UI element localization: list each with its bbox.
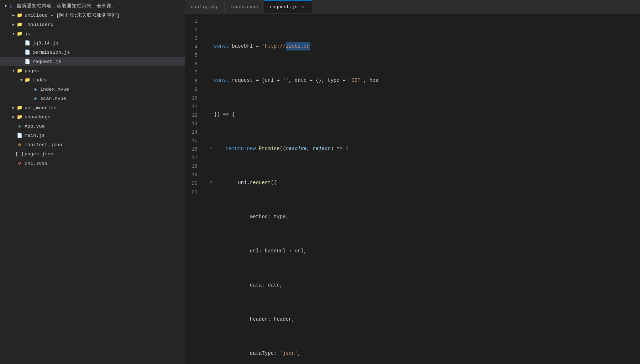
sidebar-item-manifest[interactable]: ⚙ manifest.json <box>0 140 185 149</box>
sidebar-item-pages[interactable]: 📁 pages <box>0 66 185 75</box>
sidebar-item-request[interactable]: 📄 request.js <box>0 57 185 66</box>
pages-arrow <box>11 68 16 74</box>
sidebar-item-uni-modules[interactable]: 📁 uni_modules <box>0 103 185 112</box>
tab-close-button[interactable]: ✕ <box>300 4 306 10</box>
sidebar-item-permission[interactable]: 📄 permission.js <box>0 48 185 57</box>
app-vue-label: App.vue <box>25 124 45 129</box>
empty-arrow <box>19 59 24 64</box>
unpackage-arrow <box>11 114 16 120</box>
line-numbers: 1 2 3 4 5 6 7 8 9 10 11 12 13 14 15 16 1… <box>185 16 205 361</box>
code-content: const baseUrl = 'http://zzcbz.cn' const … <box>205 16 640 361</box>
code-line-6: method: type, <box>208 213 640 221</box>
pages-label: pages <box>25 68 39 74</box>
code-line-4: return new Promise((resolve, reject) => … <box>208 144 640 153</box>
index-nvue-label: index.nvue <box>40 87 69 92</box>
tab-index-nvue-label: index.nvue <box>230 4 258 10</box>
empty-arrow <box>26 86 32 92</box>
file-icon: 📄 <box>24 49 31 55</box>
scan-nvue-label: scan.nvue <box>40 96 66 101</box>
fold-icon-3[interactable] <box>208 110 214 119</box>
css-icon: ⚙ <box>16 160 23 166</box>
index-label: index <box>32 77 47 83</box>
file-icon: 📄 <box>24 58 31 65</box>
index-arrow <box>19 77 24 83</box>
code-line-8: data: date, <box>208 281 640 289</box>
folder-icon: 📁 <box>16 12 23 18</box>
tab-request-label: request.js <box>270 4 298 10</box>
folder-icon: 📁 <box>16 68 23 74</box>
unicloud-label: uniCloud - [阿里云:未关联云服务空间] <box>25 12 120 18</box>
sidebar-item-unicloud[interactable]: 📁 uniCloud - [阿里云:未关联云服务空间] <box>0 11 185 20</box>
permission-label: permission.js <box>32 50 70 55</box>
fold-icon-5[interactable] <box>208 178 214 187</box>
tab-config-label: config.php <box>191 4 219 10</box>
pages-json-label: pages.json <box>25 151 53 157</box>
fold-empty <box>208 349 214 358</box>
json-icon: ⚙ <box>16 141 23 148</box>
empty-arrow <box>11 160 16 166</box>
sidebar: □ 监听通知栏内容，获取通知栏消息，安卓原… 📁 uniCloud - [阿里云… <box>0 0 185 364</box>
json-icon: [ ] <box>16 151 23 157</box>
sidebar-item-unpackage[interactable]: 📁 unpackage <box>0 112 185 122</box>
unicloud-arrow <box>11 12 16 18</box>
root-arrow <box>3 3 9 9</box>
sidebar-item-pages-json[interactable]: [ ] pages.json <box>0 149 185 159</box>
root-label: 监听通知栏内容，获取通知栏消息，安卓原… <box>17 3 114 9</box>
fold-empty <box>208 281 214 289</box>
empty-arrow <box>26 96 32 101</box>
unpackage-label: unpackage <box>25 114 51 120</box>
tab-request[interactable]: request.js ✕ <box>264 0 312 13</box>
code-line-2: const request = (url = '', date = {}, ty… <box>208 76 640 85</box>
main-js-label: main.js <box>25 133 45 138</box>
file-icon: 📄 <box>24 40 31 46</box>
sidebar-item-index-nvue[interactable]: ◈ index.nvue <box>0 85 185 94</box>
folder-icon: 📁 <box>16 31 23 37</box>
folder-icon: 📁 <box>16 105 23 111</box>
sidebar-item-js[interactable]: 📁 js <box>0 29 185 38</box>
hbuilderx-label: .hbuilderx <box>25 22 53 27</box>
tab-config[interactable]: config.php <box>185 1 225 13</box>
nvue-icon: ◈ <box>32 86 38 92</box>
sidebar-item-hbuilderx[interactable]: 📁 .hbuilderx <box>0 20 185 29</box>
code-line-3: }) => { <box>208 110 640 119</box>
folder-icon: 📁 <box>16 114 23 120</box>
js-arrow <box>11 31 16 37</box>
folder-icon: 📁 <box>24 77 31 83</box>
sidebar-item-index[interactable]: 📁 index <box>0 75 185 85</box>
app-container: □ 监听通知栏内容，获取通知栏消息，安卓原… 📁 uniCloud - [阿里云… <box>0 0 640 364</box>
empty-arrow <box>11 133 16 138</box>
empty-arrow <box>11 142 16 148</box>
code-editor[interactable]: 1 2 3 4 5 6 7 8 9 10 11 12 13 14 15 16 1… <box>185 14 640 364</box>
nvue-icon: ◈ <box>32 95 38 102</box>
sidebar-item-main-js[interactable]: 📄 main.js <box>0 131 185 140</box>
vue-icon: ◈ <box>16 123 23 129</box>
fold-empty <box>208 315 214 323</box>
fold-empty <box>208 76 214 85</box>
sidebar-item-app-vue[interactable]: ◈ App.vue <box>0 122 185 131</box>
fold-icon-4[interactable] <box>208 144 214 153</box>
code-line-5: uni.request({ <box>208 178 640 187</box>
sidebar-item-jq[interactable]: 📄 jq3.14.js <box>0 38 185 48</box>
sidebar-item-scan-nvue[interactable]: ◈ scan.nvue <box>0 94 185 103</box>
fold-empty <box>208 42 214 50</box>
js-icon: 📄 <box>16 132 23 139</box>
tab-index-nvue[interactable]: index.nvue <box>225 1 264 13</box>
code-line-9: header: header, <box>208 315 640 323</box>
uni-modules-label: uni_modules <box>25 105 56 111</box>
sidebar-item-uni-scss[interactable]: ⚙ uni.scss <box>0 159 185 168</box>
folder-icon: 📁 <box>16 21 23 28</box>
sidebar-root[interactable]: □ 监听通知栏内容，获取通知栏消息，安卓原… <box>0 1 185 11</box>
tab-bar: config.php index.nvue request.js ✕ <box>185 0 640 14</box>
fold-empty <box>208 247 214 255</box>
request-label: request.js <box>32 59 61 64</box>
code-line-1: const baseUrl = 'http://zzcbz.cn' <box>208 42 640 50</box>
jq-label: jq3.14.js <box>32 41 58 46</box>
js-label: js <box>25 31 30 37</box>
empty-arrow <box>19 49 24 55</box>
uni-scss-label: uni.scss <box>25 161 48 166</box>
hbuilderx-arrow <box>11 22 16 27</box>
empty-arrow <box>19 40 24 46</box>
code-line-7: url: baseUrl + url, <box>208 247 640 255</box>
uni-modules-arrow <box>11 105 16 111</box>
manifest-label: manifest.json <box>25 142 62 148</box>
